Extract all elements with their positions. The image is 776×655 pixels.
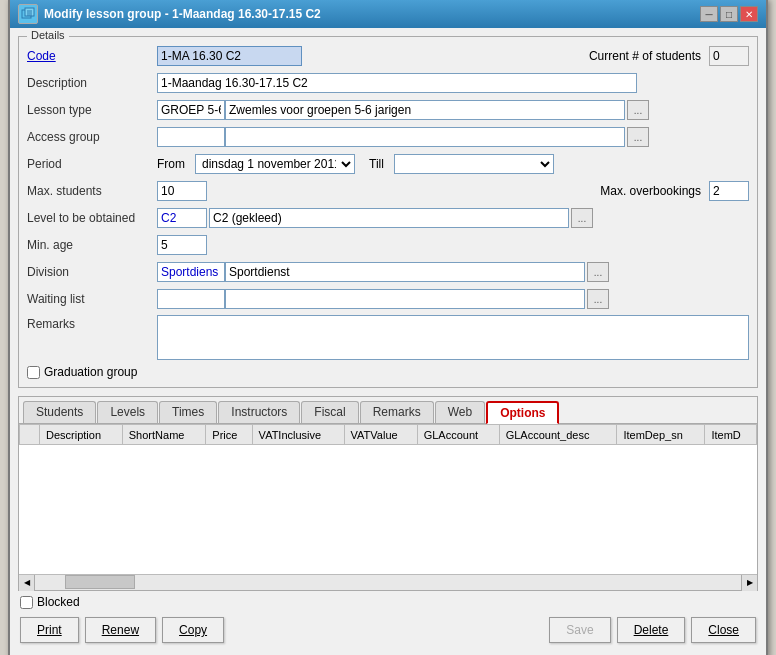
max-students-input[interactable]	[157, 181, 207, 201]
tab-fiscal[interactable]: Fiscal	[301, 401, 358, 423]
division-row: Division ...	[27, 261, 749, 283]
renew-button[interactable]: Renew	[85, 617, 156, 643]
close-window-button[interactable]: ✕	[740, 6, 758, 22]
access-group-desc-input[interactable]	[225, 127, 625, 147]
level-inputs: ...	[157, 208, 593, 228]
waiting-code-input[interactable]	[157, 289, 225, 309]
blocked-label: Blocked	[37, 595, 80, 609]
code-input[interactable]	[157, 46, 302, 66]
from-label: From	[157, 157, 185, 171]
level-code-input[interactable]	[157, 208, 207, 228]
titlebar-left: Modify lesson group - 1-Maandag 16.30-17…	[18, 4, 321, 24]
graduation-checkbox[interactable]	[27, 366, 40, 379]
col-shortname: ShortName	[122, 425, 206, 445]
max-students-label: Max. students	[27, 184, 157, 198]
waiting-list-row: Waiting list ...	[27, 288, 749, 310]
till-label: Till	[369, 157, 384, 171]
access-group-label: Access group	[27, 130, 157, 144]
tabs-container: Students Levels Times Instructors Fiscal…	[18, 396, 758, 591]
tab-levels[interactable]: Levels	[97, 401, 158, 423]
code-label[interactable]: Code	[27, 49, 157, 63]
access-group-inputs: ...	[157, 127, 649, 147]
level-desc-input[interactable]	[209, 208, 569, 228]
access-group-browse-button[interactable]: ...	[627, 127, 649, 147]
lesson-type-row: Lesson type ...	[27, 99, 749, 121]
scroll-right-button[interactable]: ▶	[741, 575, 757, 591]
min-age-row: Min. age	[27, 234, 749, 256]
period-label: Period	[27, 157, 157, 171]
lesson-type-code-input[interactable]	[157, 100, 225, 120]
details-groupbox: Details Code Current # of students Descr…	[18, 36, 758, 388]
minimize-button[interactable]: ─	[700, 6, 718, 22]
tab-students[interactable]: Students	[23, 401, 96, 423]
access-group-code-input[interactable]	[157, 127, 225, 147]
division-desc-input[interactable]	[225, 262, 585, 282]
delete-button[interactable]: Delete	[617, 617, 686, 643]
period-inputs: From dinsdag 1 november 2011 Till	[157, 154, 554, 174]
remarks-label: Remarks	[27, 317, 157, 331]
max-overbookings-input[interactable]	[709, 181, 749, 201]
current-students-input[interactable]	[709, 46, 749, 66]
remarks-textarea[interactable]	[157, 315, 749, 360]
footer-buttons: Print Renew Copy Save Delete Close	[18, 613, 758, 647]
col-glaccount-desc: GLAccount_desc	[499, 425, 617, 445]
division-label: Division	[27, 265, 157, 279]
window-title: Modify lesson group - 1-Maandag 16.30-17…	[44, 7, 321, 21]
blocked-checkbox[interactable]	[20, 596, 33, 609]
app-icon	[18, 4, 38, 24]
horizontal-scrollbar[interactable]: ◀ ▶	[19, 574, 757, 590]
scrollbar-track[interactable]	[35, 575, 741, 590]
period-row: Period From dinsdag 1 november 2011 Till	[27, 153, 749, 175]
titlebar: Modify lesson group - 1-Maandag 16.30-17…	[10, 0, 766, 28]
scroll-left-button[interactable]: ◀	[19, 575, 35, 591]
min-age-label: Min. age	[27, 238, 157, 252]
current-students-group: Current # of students	[589, 46, 749, 66]
level-browse-button[interactable]: ...	[571, 208, 593, 228]
window-controls: ─ □ ✕	[700, 6, 758, 22]
division-inputs: ...	[157, 262, 609, 282]
col-description: Description	[40, 425, 123, 445]
period-till-select[interactable]	[394, 154, 554, 174]
tab-web[interactable]: Web	[435, 401, 485, 423]
waiting-desc-input[interactable]	[225, 289, 585, 309]
print-button[interactable]: Print	[20, 617, 79, 643]
scrollbar-thumb[interactable]	[65, 575, 135, 589]
col-num	[20, 425, 40, 445]
division-browse-button[interactable]: ...	[587, 262, 609, 282]
tab-options[interactable]: Options	[486, 401, 559, 424]
level-label: Level to be obtained	[27, 211, 157, 225]
save-button[interactable]: Save	[549, 617, 610, 643]
tab-instructors[interactable]: Instructors	[218, 401, 300, 423]
col-vatvalue: VATValue	[344, 425, 417, 445]
tab-remarks[interactable]: Remarks	[360, 401, 434, 423]
col-itemdep-sn: ItemDep_sn	[617, 425, 705, 445]
details-legend: Details	[27, 29, 69, 41]
period-from-select[interactable]: dinsdag 1 november 2011	[195, 154, 355, 174]
maximize-button[interactable]: □	[720, 6, 738, 22]
lesson-type-label: Lesson type	[27, 103, 157, 117]
lesson-type-browse-button[interactable]: ...	[627, 100, 649, 120]
waiting-browse-button[interactable]: ...	[587, 289, 609, 309]
max-overbookings-label: Max. overbookings	[600, 184, 701, 198]
remarks-row: Remarks	[27, 315, 749, 360]
waiting-inputs: ...	[157, 289, 609, 309]
graduation-label: Graduation group	[44, 365, 137, 379]
graduation-row: Graduation group	[27, 365, 749, 379]
division-code-input[interactable]	[157, 262, 225, 282]
col-glaccount: GLAccount	[417, 425, 499, 445]
copy-button[interactable]: Copy	[162, 617, 224, 643]
code-row: Code Current # of students	[27, 45, 749, 67]
main-window: Modify lesson group - 1-Maandag 16.30-17…	[8, 0, 768, 655]
col-price: Price	[206, 425, 252, 445]
close-button[interactable]: Close	[691, 617, 756, 643]
lesson-type-desc-input[interactable]	[225, 100, 625, 120]
options-table-container: Description ShortName Price VATInclusive…	[19, 424, 757, 574]
current-students-label: Current # of students	[589, 49, 701, 63]
tab-times[interactable]: Times	[159, 401, 217, 423]
description-input[interactable]	[157, 73, 637, 93]
description-row: Description	[27, 72, 749, 94]
col-itemd: ItemD	[705, 425, 757, 445]
min-age-input[interactable]	[157, 235, 207, 255]
options-table: Description ShortName Price VATInclusive…	[19, 424, 757, 445]
content-area: Details Code Current # of students Descr…	[10, 28, 766, 655]
